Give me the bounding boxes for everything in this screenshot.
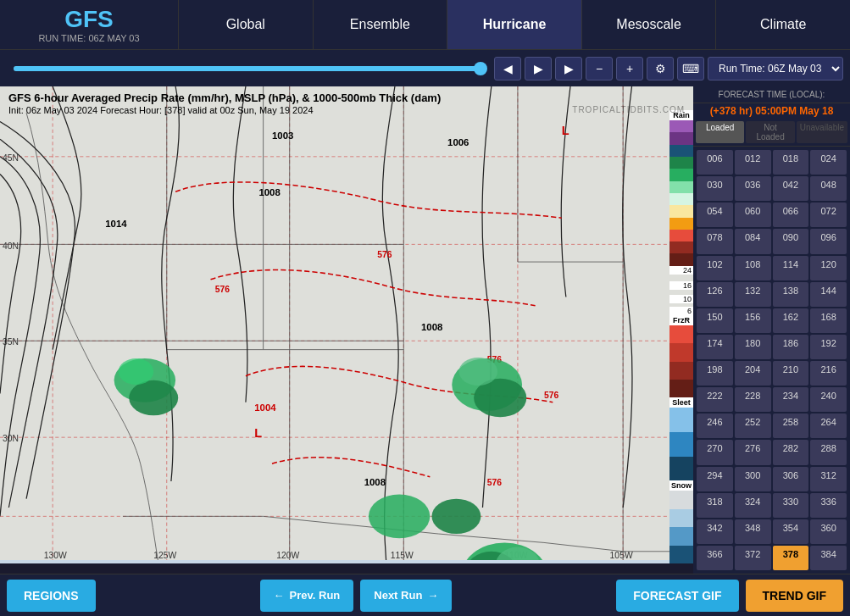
time-cell-336[interactable]: 336 xyxy=(810,493,847,518)
time-cell-150[interactable]: 150 xyxy=(697,308,733,333)
time-cell-048[interactable]: 048 xyxy=(810,176,847,201)
time-cell-108[interactable]: 108 xyxy=(735,256,771,280)
time-cell-330[interactable]: 330 xyxy=(773,493,809,518)
time-cell-186[interactable]: 186 xyxy=(773,335,809,359)
map-area[interactable]: GFS 6-hour Averaged Precip Rate (mm/hr),… xyxy=(0,86,693,563)
time-cell-354[interactable]: 354 xyxy=(773,519,809,544)
time-cell-360[interactable]: 360 xyxy=(810,519,847,544)
time-cell-246[interactable]: 246 xyxy=(697,413,733,438)
color-legend: Rain 24 16 10 xyxy=(669,110,693,563)
time-cell-204[interactable]: 204 xyxy=(735,361,771,386)
time-cell-384[interactable]: 384 xyxy=(810,546,847,570)
next-run-btn[interactable]: Next Run → xyxy=(360,580,452,612)
settings-btn[interactable]: ⚙ xyxy=(647,57,674,80)
play-btn[interactable]: ▶ xyxy=(525,57,552,80)
time-cell-348[interactable]: 348 xyxy=(735,519,771,544)
time-cell-120[interactable]: 120 xyxy=(810,256,847,280)
time-cell-030[interactable]: 030 xyxy=(697,176,733,201)
time-cell-126[interactable]: 126 xyxy=(697,282,733,307)
time-cell-024[interactable]: 024 xyxy=(810,150,847,175)
prev-frame-btn[interactable]: ◀ xyxy=(494,57,521,80)
time-cell-228[interactable]: 228 xyxy=(735,387,771,412)
time-cell-138[interactable]: 138 xyxy=(773,282,809,307)
time-cell-264[interactable]: 264 xyxy=(810,413,847,438)
time-cell-180[interactable]: 180 xyxy=(735,335,771,359)
time-cell-042[interactable]: 042 xyxy=(773,176,809,201)
time-cell-306[interactable]: 306 xyxy=(773,467,809,491)
run-time-select[interactable]: Run Time: 06Z May 03 xyxy=(708,57,843,80)
time-cell-018[interactable]: 018 xyxy=(773,150,809,175)
time-cell-006[interactable]: 006 xyxy=(697,150,733,175)
time-cell-060[interactable]: 060 xyxy=(735,203,771,227)
time-cell-198[interactable]: 198 xyxy=(697,361,733,386)
tab-unavailable[interactable]: Unavailable xyxy=(797,121,847,143)
time-cell-210[interactable]: 210 xyxy=(773,361,809,386)
time-cell-132[interactable]: 132 xyxy=(735,282,771,307)
svg-point-56 xyxy=(369,494,430,538)
svg-text:40N: 40N xyxy=(3,241,19,251)
time-cell-282[interactable]: 282 xyxy=(773,440,809,464)
logo-area: GFS RUN TIME: 06Z MAY 03 xyxy=(0,0,178,49)
header: GFS RUN TIME: 06Z MAY 03 Global Ensemble… xyxy=(0,0,850,49)
zoom-in-btn[interactable]: + xyxy=(616,57,643,80)
time-cell-162[interactable]: 162 xyxy=(773,308,809,333)
tab-loaded[interactable]: Loaded xyxy=(696,121,744,143)
time-cell-300[interactable]: 300 xyxy=(735,467,771,491)
time-cell-276[interactable]: 276 xyxy=(735,440,771,464)
time-cell-312[interactable]: 312 xyxy=(810,467,847,491)
time-cell-102[interactable]: 102 xyxy=(697,256,733,280)
forecast-gif-btn[interactable]: FORECAST GIF xyxy=(616,580,738,612)
time-cell-234[interactable]: 234 xyxy=(773,387,809,412)
time-cell-054[interactable]: 054 xyxy=(697,203,733,227)
trend-gif-btn[interactable]: TREND GIF xyxy=(746,580,843,612)
time-cell-174[interactable]: 174 xyxy=(697,335,733,359)
time-cell-012[interactable]: 012 xyxy=(735,150,771,175)
time-cell-258[interactable]: 258 xyxy=(773,413,809,438)
time-cell-222[interactable]: 222 xyxy=(697,387,733,412)
time-cell-240[interactable]: 240 xyxy=(810,387,847,412)
svg-text:105W: 105W xyxy=(610,551,633,560)
time-cell-156[interactable]: 156 xyxy=(735,308,771,333)
nav-global[interactable]: Global xyxy=(178,0,313,49)
next-frame-btn[interactable]: ▶ xyxy=(555,57,582,80)
time-cell-192[interactable]: 192 xyxy=(810,335,847,359)
time-cell-066[interactable]: 066 xyxy=(773,203,809,227)
time-cell-216[interactable]: 216 xyxy=(810,361,847,386)
time-cell-324[interactable]: 324 xyxy=(735,493,771,518)
regions-btn[interactable]: REGIONS xyxy=(7,580,96,612)
time-cell-072[interactable]: 072 xyxy=(810,203,847,227)
nav-hurricane[interactable]: Hurricane xyxy=(447,0,581,49)
nav-climate[interactable]: Climate xyxy=(715,0,850,49)
time-cell-252[interactable]: 252 xyxy=(735,413,771,438)
time-cell-378[interactable]: 378 xyxy=(773,546,809,570)
time-cell-096[interactable]: 096 xyxy=(810,229,847,253)
time-cell-036[interactable]: 036 xyxy=(735,176,771,201)
time-cell-318[interactable]: 318 xyxy=(697,493,733,518)
time-cell-294[interactable]: 294 xyxy=(697,467,733,491)
time-cell-114[interactable]: 114 xyxy=(773,256,809,280)
timeline-container[interactable] xyxy=(7,66,491,71)
svg-text:576: 576 xyxy=(377,250,392,259)
time-cell-288[interactable]: 288 xyxy=(810,440,847,464)
time-cell-342[interactable]: 342 xyxy=(697,519,733,544)
time-cell-270[interactable]: 270 xyxy=(697,440,733,464)
time-cell-372[interactable]: 372 xyxy=(735,546,771,570)
map-svg: 45N 40N 35N 30N 130W 125W 120W 115W 110W… xyxy=(0,86,693,560)
time-cell-084[interactable]: 084 xyxy=(735,229,771,253)
svg-text:1004: 1004 xyxy=(254,402,276,413)
nav-ensemble[interactable]: Ensemble xyxy=(313,0,447,49)
time-cell-090[interactable]: 090 xyxy=(773,229,809,253)
prev-run-btn[interactable]: ← Prev. Run xyxy=(260,580,354,612)
zoom-out-btn[interactable]: − xyxy=(586,57,613,80)
svg-rect-1 xyxy=(0,86,693,560)
keyboard-btn[interactable]: ⌨ xyxy=(677,57,704,80)
time-cell-168[interactable]: 168 xyxy=(810,308,847,333)
tab-not-loaded[interactable]: Not Loaded xyxy=(746,121,794,143)
timeline-track[interactable] xyxy=(14,66,484,71)
time-cell-078[interactable]: 078 xyxy=(697,229,733,253)
timeline-thumb[interactable] xyxy=(474,62,487,75)
nav-mesoscale[interactable]: Mesoscale xyxy=(581,0,716,49)
time-cell-144[interactable]: 144 xyxy=(810,282,847,307)
time-cell-366[interactable]: 366 xyxy=(697,546,733,570)
svg-text:1008: 1008 xyxy=(421,322,442,332)
